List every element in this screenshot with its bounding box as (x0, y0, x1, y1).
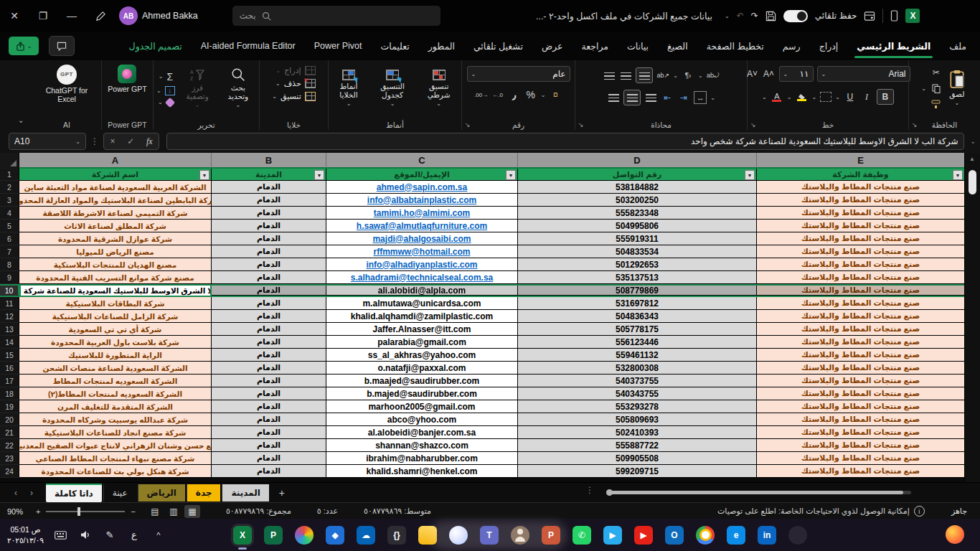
cell-C7[interactable]: rffmmww@hotmail.com (326, 245, 518, 258)
cell-A18[interactable]: الشركة السعوديه لمنتجات المطاط(٢) (19, 387, 212, 400)
insert-function-icon[interactable]: fx (146, 136, 153, 147)
format-cells-button[interactable]: تنسيق ⌄ (272, 92, 315, 101)
cell-B15[interactable]: الدمام (212, 349, 326, 362)
font-color-icon[interactable]: A (771, 91, 783, 103)
cell-B7[interactable]: الدمام (212, 245, 326, 258)
cell-C13[interactable]: Jaffer.Alnasser@itt.com (326, 323, 518, 336)
cell-E24[interactable]: صنع منتجات المطاط والبلاستك (757, 465, 965, 478)
cell-C2[interactable]: ahmed@sapin.com.sa (326, 181, 518, 194)
cell-E22[interactable]: صنع منتجات المطاط والبلاستك (757, 439, 965, 452)
borders-chevron[interactable]: ⌄ (812, 94, 817, 100)
bottom-align-button[interactable] (644, 92, 657, 103)
cell-C5[interactable]: h.sawaf@almutlaqfurniture.com (326, 220, 518, 232)
accessibility-status[interactable]: i إمكانية الوصول لذوي الاحتياجات الخاصة:… (717, 506, 925, 517)
cell-D16[interactable]: 532800308 (518, 362, 757, 375)
cell-B5[interactable]: الدمام (212, 220, 326, 232)
cell-B13[interactable]: الدمام (212, 323, 326, 336)
cell-A9[interactable]: مصنع شركة موانع التسريب الفنية المحدودة (19, 271, 212, 284)
autosave-toggle[interactable] (783, 10, 808, 22)
power-gpt-button[interactable]: Power GPT (105, 63, 149, 95)
percent-style-icon[interactable]: % (524, 89, 537, 100)
cell-A24[interactable]: شركة هنكل بولي بت للصناعات المحدودة (19, 465, 212, 478)
underline-chevron[interactable]: ⌄ (835, 94, 840, 100)
align-right-button[interactable] (619, 70, 632, 81)
row-header-7[interactable]: 7 (0, 245, 19, 258)
cell-E5[interactable]: صنع منتجات المطاط والبلاستك (757, 220, 965, 232)
cell-A13[interactable]: شركة أي تي تي السعودية (19, 323, 212, 336)
tab-عرض[interactable]: عرض (534, 32, 570, 60)
close-window-button[interactable]: ✕ (0, 5, 29, 27)
cell-E21[interactable]: صنع منتجات المطاط والبلاستك (757, 426, 965, 439)
ribbon-display-icon[interactable] (864, 11, 875, 22)
tab-مراجعة[interactable]: مراجعة (573, 32, 616, 60)
search-icon[interactable] (788, 526, 807, 545)
cell-C23[interactable]: ibrahim@nabharubber.com (326, 452, 518, 465)
filter-icon[interactable]: ▼ (199, 170, 209, 180)
cell-C14[interactable]: palarabia@gmail.com (326, 336, 518, 349)
cell-D13[interactable]: 505778175 (518, 323, 757, 336)
tab-رسم[interactable]: رسم (775, 32, 809, 60)
row-header-13[interactable]: 13 (0, 323, 19, 336)
row-header-4[interactable]: 4 (0, 207, 19, 220)
horizontal-scroll-thumb[interactable] (611, 491, 903, 494)
cell-B4[interactable]: الدمام (212, 207, 326, 220)
cell-E19[interactable]: صنع منتجات المطاط والبلاستك (757, 400, 965, 413)
cancel-entry-icon[interactable]: × (110, 136, 115, 146)
page-layout-view-button[interactable]: ▥ (166, 505, 182, 518)
cell-A17[interactable]: الشركة السعوديه لمنتجات المطاط (19, 375, 212, 387)
top-align-button[interactable] (607, 92, 620, 103)
merge-center-icon[interactable]: ↔ (694, 91, 707, 104)
cell-A7[interactable]: مصنع الرياض للميوليا (19, 245, 212, 258)
cell-A4[interactable]: شركة التميمي لصناعة الاشرطة اللاصقة (19, 207, 212, 220)
fill-down-icon[interactable]: ↓ (165, 86, 175, 95)
save-button[interactable] (765, 11, 776, 22)
volume-icon[interactable] (78, 528, 93, 542)
cell-B20[interactable]: الدمام (212, 413, 326, 426)
normal-view-button[interactable]: ▦ (184, 505, 200, 518)
add-sheet-button[interactable]: + (279, 487, 285, 499)
row-header-6[interactable]: 6 (0, 232, 19, 245)
cell-D15[interactable]: 559461132 (518, 349, 757, 362)
tab-Power Pivot[interactable]: Power Pivot (306, 32, 370, 60)
sheet-nav-prev-icon[interactable]: ‹ (14, 488, 17, 498)
cell-E6[interactable]: صنع منتجات المطاط والبلاستك (757, 232, 965, 245)
cell-E20[interactable]: صنع منتجات المطاط والبلاستك (757, 413, 965, 426)
sheet-tab-المدينة[interactable]: المدينة (222, 484, 268, 501)
row-header-3[interactable]: 3 (0, 194, 19, 207)
cell-B23[interactable]: الدمام (212, 452, 326, 465)
format-painter-icon[interactable] (930, 98, 943, 110)
power-gpt-icon[interactable]: P (264, 526, 283, 545)
cell-A20[interactable]: شركة عبدالله يوسبيت وشركاه المحدودة (19, 413, 212, 426)
cell-D19[interactable]: 553293278 (518, 400, 757, 413)
cell-D17[interactable]: 540373755 (518, 375, 757, 387)
cell-D11[interactable]: 531697812 (518, 297, 757, 310)
cell-C8[interactable]: info@alhadiyanplastic.com (326, 258, 518, 271)
cell-C12[interactable]: khalid.alqhamdi@zamilplastic.com (326, 310, 518, 323)
cell-A12[interactable]: شركة الزامل للصناعات البلاستيكية (19, 310, 212, 323)
fill-color-chevron[interactable]: ⌄ (787, 94, 792, 100)
code-editor-icon[interactable]: {} (387, 526, 406, 545)
header-cell-E[interactable]: وظيفة الشركة▼ (757, 169, 965, 181)
cell-E3[interactable]: صنع منتجات المطاط والبلاستك (757, 194, 965, 207)
status-sum[interactable]: مجموع: ٥٠٨٧٧٩٨٦٩ (226, 507, 291, 516)
cell-B17[interactable]: الدمام (212, 375, 326, 387)
cell-E8[interactable]: صنع منتجات المطاط والبلاستك (757, 258, 965, 271)
cell-C21[interactable]: al.alobeidi@banjer.com.sa (326, 426, 518, 439)
zoom-slider-thumb[interactable] (77, 507, 80, 516)
chrome-icon[interactable] (696, 526, 715, 545)
alignment-dialog-launcher[interactable]: ↘ (578, 121, 584, 128)
paste-button[interactable]: لصق ⌄ (946, 68, 968, 108)
wrap-text-icon[interactable]: ab⤾ (707, 70, 720, 81)
cell-E13[interactable]: صنع منتجات المطاط والبلاستك (757, 323, 965, 336)
row-header-1[interactable]: 1 (0, 169, 19, 181)
outlook-icon[interactable]: O (665, 526, 684, 545)
cell-B18[interactable]: الدمام (212, 387, 326, 400)
filter-icon[interactable]: ▼ (506, 170, 516, 180)
format-as-table-button[interactable]: التنسيق كجدول⌄ (372, 68, 413, 108)
sheet-tab-عينة[interactable]: عينة (103, 484, 136, 501)
tab-بيانات[interactable]: بيانات (619, 32, 656, 60)
cell-B14[interactable]: الدمام (212, 336, 326, 349)
number-format-select[interactable]: عام⌄ (467, 66, 570, 82)
header-cell-A[interactable]: اسم الشركة▼ (19, 169, 212, 181)
cell-A10[interactable]: شركة الب لا الشرق الاوسط للبلاستيك السعو… (19, 286, 212, 296)
